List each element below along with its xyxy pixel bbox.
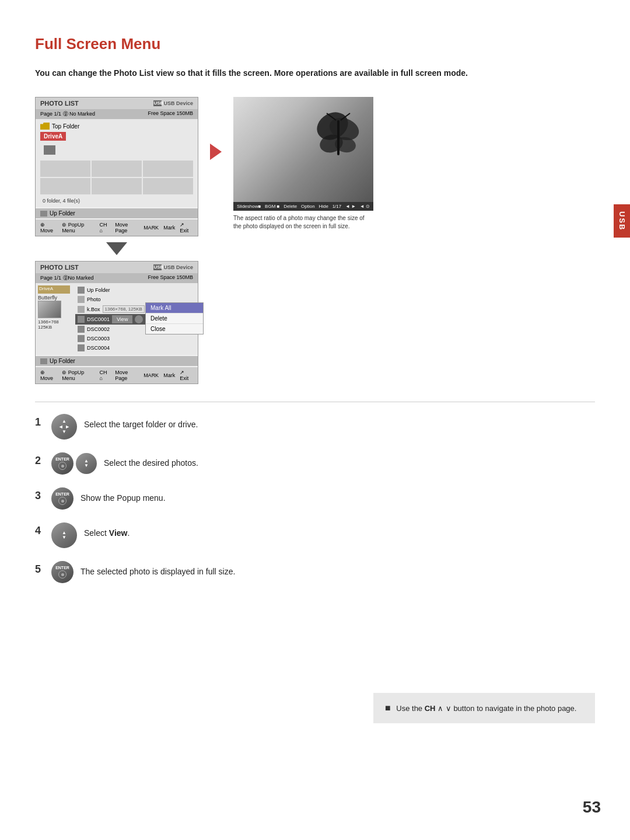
view-btn[interactable]: View (112, 315, 132, 323)
photo-list-header-top: PHOTO LIST USB USB Device (36, 97, 198, 109)
enter-text-5: ENTER (55, 566, 69, 570)
step-2-number: 2 (35, 455, 44, 467)
step-5-enter-btn: ENTER (51, 561, 74, 583)
folder-count: 0 folder, 4 file(s) (38, 197, 195, 205)
drive-a-label: DriveA (38, 285, 70, 294)
counter-ctrl: 1/17 (332, 204, 342, 209)
usb-icon-bottom: USB (153, 264, 162, 270)
popup-mark-all[interactable]: Mark All (146, 303, 203, 313)
footer-ch-top: CH ⌂ (100, 222, 111, 233)
step-3-row: 3 ENTER Show the Popup menu. (35, 487, 368, 510)
step-3-icons: ENTER (51, 487, 74, 510)
arrow-right (210, 144, 222, 160)
diagrams-section: PHOTO LIST USB USB Device Page 1/1 ⓖ No … (35, 97, 595, 384)
footer-exit-bottom: ↗ Exit (180, 370, 193, 381)
photo-label: Photo (87, 297, 101, 302)
step-1-nav-btn: ▲ ◄ ► ▼ (51, 414, 77, 440)
grid-cell-4 (40, 178, 90, 194)
nav-down-2: ▼ (84, 463, 89, 468)
grid-cell-2 (92, 161, 142, 177)
page-number: 53 (583, 798, 601, 817)
usb-badge-bottom: USB USB Device (153, 264, 193, 270)
up-folder-file-icon (78, 287, 85, 294)
step-4-icons: ▲ ▼ (51, 522, 77, 548)
option-ctrl: Option (301, 204, 315, 209)
dsc0002-icon (78, 326, 85, 333)
slideshow-ctrl: Slideshow■ (237, 204, 261, 209)
nav-arrows-2: ▲ ▼ (84, 459, 89, 468)
drive-a-selected: DriveA (40, 132, 66, 141)
step-4-row: 4 ▲ ▼ Select View. (35, 522, 368, 548)
popup-delete[interactable]: Delete (146, 313, 203, 324)
photo-list-header-bottom: PHOTO LIST USB USB Device (36, 262, 198, 273)
popup-menu: Mark All Delete Close (145, 302, 204, 334)
usb-badge-top: USB USB Device (153, 100, 193, 106)
step-4-text: Select View. (84, 527, 130, 539)
step-3-number: 3 (35, 490, 44, 502)
footer-mark-bottom: Mark (163, 372, 175, 378)
small-folder-icon (44, 145, 55, 155)
photo-controls-bar: Slideshow■ BGM ■ Delete Option Hide 1/17… (233, 202, 373, 211)
dsc0003-row: DSC0003 (75, 334, 195, 343)
up-folder-bottom[interactable]: Up Folder (36, 356, 198, 366)
fullscreen-photo-img (233, 97, 373, 202)
footer-mark-badge-bottom: MARK (144, 372, 159, 378)
enter-text-2: ENTER (55, 457, 69, 461)
bottom-photo-list: PHOTO LIST USB USB Device Page 1/1 ⓖNo M… (35, 261, 198, 384)
small-folder-icon-area (43, 144, 191, 158)
footer-popup-top: ⊚ PopUp Menu (62, 222, 94, 233)
tip-bullet: ■ (385, 703, 391, 713)
photo-list-title-bottom: PHOTO LIST (40, 264, 79, 271)
enter-dot-2 (61, 465, 64, 468)
nav-down-4: ▼ (62, 535, 66, 540)
file-size-badge: 1366×768, 125KB (103, 305, 145, 313)
footer-move-page-top: Move Page (115, 222, 139, 233)
grid-cell-5 (92, 178, 142, 194)
hide-ctrl: Hide (318, 204, 328, 209)
up-folder-icon-bottom (40, 358, 47, 364)
step-4-number: 4 (35, 525, 44, 537)
step-1-row: 1 ▲ ◄ ► ▼ Select the target folder or dr… (35, 414, 368, 440)
dsc0001-icon (78, 316, 85, 323)
top-photo-list: PHOTO LIST USB USB Device Page 1/1 ⓖ No … (35, 97, 198, 236)
footer-mark-badge-top: MARK (144, 225, 159, 231)
nav-up-1: ▲ (62, 419, 66, 424)
popup-close[interactable]: Close (146, 324, 203, 334)
tip-col: ■ Use the CH ∧ ∨ button to navigate in t… (391, 431, 595, 596)
step-5-number: 5 (35, 563, 44, 576)
nav-ctrl: ◄ ► (345, 204, 356, 209)
step-1-number: 1 (35, 416, 44, 428)
up-folder-file-label: Up Folder (87, 287, 110, 293)
grid-cell-1 (40, 161, 90, 177)
steps-tip-section: 1 ▲ ◄ ► ▼ Select the target folder or dr… (35, 414, 595, 596)
dsc0004-row: DSC0004 (75, 343, 195, 353)
tip-text-use: Use the (396, 704, 424, 713)
enter-circle-3 (58, 497, 66, 505)
enter-dot-5 (61, 573, 64, 576)
free-space-bottom: Free Space 150MB (148, 274, 193, 282)
photo-list-footer-bottom: ⊕ Move ⊚ PopUp Menu CH ⌂ Move Page MARK … (36, 367, 198, 384)
tip-ch-label: CH (425, 704, 436, 713)
arrow-down-container (35, 242, 198, 255)
top-folder-label: Top Folder (52, 123, 79, 130)
enter-circle-5 (58, 570, 66, 578)
delete-ctrl: Delete (284, 204, 297, 209)
top-folder-item: Top Folder (38, 121, 195, 131)
nav-arrows-4: ▲ ▼ (62, 531, 66, 540)
footer-ch-bottom: CH ⌂ (100, 370, 111, 381)
photo-list-subheader-bottom: Page 1/1 ⓖNo Marked Free Space 150MB (36, 273, 198, 283)
enter-circle-2 (58, 462, 66, 470)
up-folder-top[interactable]: Up Folder (36, 208, 198, 218)
steps-col: 1 ▲ ◄ ► ▼ Select the target folder or dr… (35, 414, 368, 596)
step-5-text: The selected photo is displayed in full … (80, 566, 235, 578)
step-5-icons: ENTER (51, 561, 74, 583)
dsc0004-icon (78, 344, 85, 351)
photo-list-body-top: Top Folder DriveA (36, 119, 198, 207)
k-box-label: k.Box (87, 306, 100, 312)
tip-box: ■ Use the CH ∧ ∨ button to navigate in t… (373, 693, 595, 723)
page-title: Full Screen Menu (35, 35, 595, 53)
drive-a-item: DriveA (38, 131, 195, 142)
tip-rest: button to navigate in the photo page. (453, 704, 576, 713)
k-box-icon (78, 306, 85, 313)
photo-list-footer-top: ⊕ Move ⊚ PopUp Menu CH ⌂ Move Page MARK … (36, 219, 198, 236)
